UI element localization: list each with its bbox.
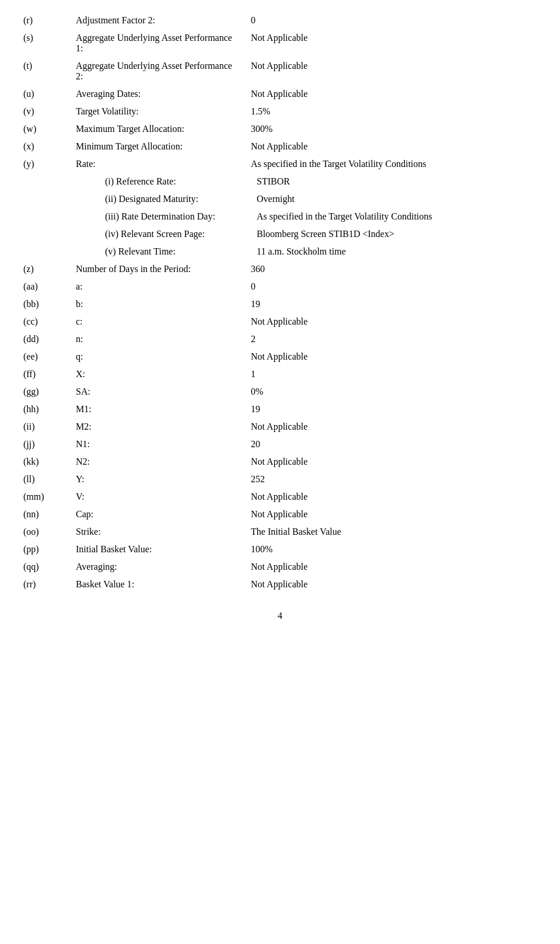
row-label: (oo) [23,527,76,537]
row-value: 300% [251,124,537,134]
row-label: (gg) [23,386,76,397]
row-term: M2: [76,422,251,432]
row-label: (jj) [23,439,76,450]
table-row: (v) Relevant Time:11 a.m. Stockholm time [23,243,537,260]
row-term: b: [76,299,251,309]
table-row: (ll)Y:252 [23,471,537,488]
row-value: 19 [251,404,537,414]
table-row: (ii)M2:Not Applicable [23,418,537,436]
row-label: (ff) [23,369,76,379]
row-value: Not Applicable [251,579,537,590]
row-term: (iv) Relevant Screen Page: [76,229,257,239]
row-label: (qq) [23,562,76,572]
row-value: Bloomberg Screen STIB1D <Index> [257,229,537,239]
row-value: 1.5% [251,106,537,117]
row-value: Not Applicable [251,316,537,327]
row-label: (rr) [23,579,76,590]
row-value: The Initial Basket Value [251,527,537,537]
table-row: (ee)q:Not Applicable [23,348,537,365]
row-term: (iii) Rate Determination Day: [76,211,257,222]
table-row: (aa)a:0 [23,278,537,295]
row-label: (nn) [23,509,76,520]
row-value: 0 [251,281,537,292]
row-term: q: [76,351,251,362]
row-term: Minimum Target Allocation: [76,141,251,152]
row-label: (t) [23,61,76,71]
row-label: (y) [23,159,76,169]
table-row: (iii) Rate Determination Day:As specifie… [23,208,537,225]
table-row: (iv) Relevant Screen Page:Bloomberg Scre… [23,225,537,243]
table-row: (bb)b:19 [23,295,537,313]
row-term: (ii) Designated Maturity: [76,194,257,204]
row-label: (aa) [23,281,76,292]
page-number: 4 [23,611,537,621]
row-value: Overnight [257,194,537,204]
row-value: 0% [251,386,537,397]
table-row: (ii) Designated Maturity:Overnight [23,190,537,208]
row-label: (v) [23,106,76,117]
row-value: Not Applicable [251,457,537,467]
row-term: X: [76,369,251,379]
table-row: (r)Adjustment Factor 2:0 [23,12,537,29]
row-value: 0 [251,15,537,26]
table-row: (nn)Cap:Not Applicable [23,506,537,523]
table-row: (dd)n:2 [23,330,537,348]
row-label: (s) [23,33,76,43]
row-term: Number of Days in the Period: [76,264,251,274]
row-label: (dd) [23,334,76,344]
row-value: Not Applicable [251,562,537,572]
table-row: (rr)Basket Value 1:Not Applicable [23,576,537,593]
row-term: Aggregate Underlying Asset Performance 2… [76,61,251,82]
row-term: Adjustment Factor 2: [76,15,251,26]
row-term: Cap: [76,509,251,520]
table-row: (u)Averaging Dates:Not Applicable [23,85,537,103]
row-label: (mm) [23,492,76,502]
row-term: a: [76,281,251,292]
row-label: (hh) [23,404,76,414]
table-row: (y)Rate:As specified in the Target Volat… [23,155,537,173]
row-term: Averaging Dates: [76,89,251,99]
row-label: (u) [23,89,76,99]
row-value: Not Applicable [251,509,537,520]
table-row: (mm)V:Not Applicable [23,488,537,506]
row-value: Not Applicable [251,33,537,43]
row-label: (bb) [23,299,76,309]
table-row: (pp)Initial Basket Value:100% [23,541,537,558]
row-value: 252 [251,474,537,485]
row-label: (pp) [23,544,76,555]
row-term: Basket Value 1: [76,579,251,590]
row-term: Initial Basket Value: [76,544,251,555]
row-term: Target Volatility: [76,106,251,117]
row-term: Y: [76,474,251,485]
row-term: SA: [76,386,251,397]
table-row: (w)Maximum Target Allocation:300% [23,120,537,138]
table-row: (oo)Strike:The Initial Basket Value [23,523,537,541]
row-value: Not Applicable [251,61,537,71]
table-row: (cc)c:Not Applicable [23,313,537,330]
row-label: (w) [23,124,76,134]
row-value: 19 [251,299,537,309]
row-label: (x) [23,141,76,152]
row-value: 2 [251,334,537,344]
table-row: (s)Aggregate Underlying Asset Performanc… [23,29,537,57]
table-row: (kk)N2:Not Applicable [23,453,537,471]
row-value: Not Applicable [251,89,537,99]
row-value: 100% [251,544,537,555]
table-row: (i) Reference Rate:STIBOR [23,173,537,190]
row-value: STIBOR [257,176,537,187]
row-value: As specified in the Target Volatility Co… [257,211,537,222]
row-label: (r) [23,15,76,26]
row-value: Not Applicable [251,422,537,432]
table-row: (gg)SA:0% [23,383,537,400]
row-value: 360 [251,264,537,274]
row-label: (z) [23,264,76,274]
row-label: (cc) [23,316,76,327]
row-term: (v) Relevant Time: [76,246,257,257]
table-row: (z)Number of Days in the Period:360 [23,260,537,278]
row-term: n: [76,334,251,344]
table-row: (ff)X:1 [23,365,537,383]
row-term: Maximum Target Allocation: [76,124,251,134]
row-term: Strike: [76,527,251,537]
row-label: (kk) [23,457,76,467]
row-value: 20 [251,439,537,450]
